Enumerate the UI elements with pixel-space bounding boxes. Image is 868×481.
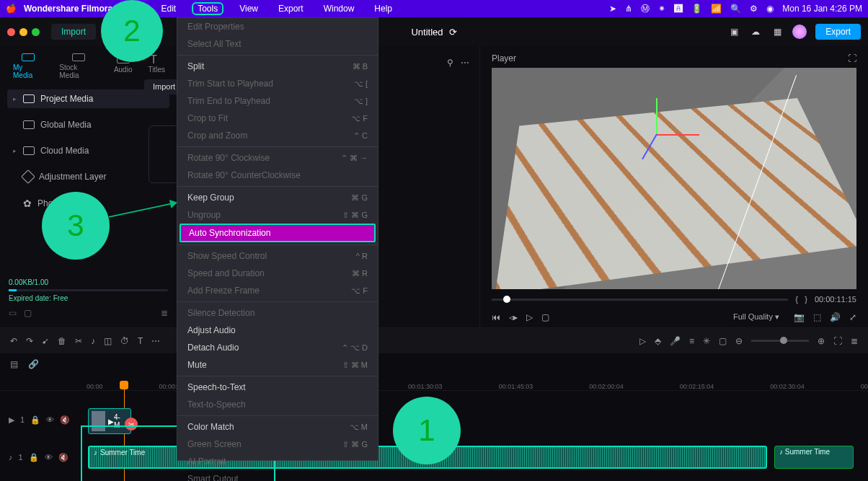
eye-icon[interactable]: 👁 (46, 415, 54, 424)
tools-dropdown-menu: Edit PropertiesSelect All TextSplit⌘ BTr… (177, 17, 378, 461)
speed-icon[interactable]: ⏱ (120, 336, 129, 346)
volume-icon[interactable]: 🔊 (830, 312, 841, 322)
sidebar-adjustment-layer[interactable]: Adjustment Layer (7, 167, 169, 186)
apple-icon[interactable]: 🍎 (6, 4, 17, 14)
eye-icon[interactable]: 👁 (45, 453, 53, 462)
menu-help[interactable]: Help (370, 2, 397, 15)
crop-icon[interactable]: ◫ (104, 336, 112, 346)
menu-edit[interactable]: Edit (156, 2, 180, 15)
filter-icon[interactable]: ⚲ (447, 58, 453, 68)
snap-icon[interactable]: ✳ (703, 336, 710, 346)
text-icon[interactable]: T (138, 336, 143, 346)
sidebar-cloud-media[interactable]: ▸Cloud Media (7, 141, 169, 160)
play-back-icon[interactable]: ◃▸ (509, 312, 518, 322)
lock-icon[interactable]: 🔒 (29, 453, 39, 462)
import-button[interactable]: Import (51, 24, 96, 40)
search-icon[interactable]: 🔍 (730, 4, 741, 14)
menu-item-keep-group[interactable]: Keep Group⌘ G (177, 189, 378, 206)
share-icon[interactable]: ⋔ (625, 4, 632, 14)
marker-icon[interactable]: ⬚ (813, 312, 821, 322)
timeline-toolbar: ↶ ↷ ➹ 🗑 ✂ ♪ ◫ ⏱ T ⋯ ▷ ⬘ 🎤 ≡ ✳ ▢ ⊖ ⊕ ⛶ ≣ (0, 327, 868, 353)
marker-add-icon[interactable]: ▢ (719, 336, 727, 346)
scissor-badge-icon[interactable]: ✂ (125, 418, 138, 431)
timecode: 00:00:11:15 (815, 295, 856, 304)
menu-export[interactable]: Export (274, 2, 308, 15)
timeline-ruler[interactable]: 00:0000:00:15:00 00:01:30:0300:01:45:030… (0, 375, 868, 391)
menu-item-adjust-audio[interactable]: Adjust Audio (177, 322, 378, 339)
menu-window[interactable]: Window (319, 2, 359, 15)
zoom-fit-icon[interactable]: ⛶ (833, 336, 842, 346)
siri-icon[interactable]: ◉ (766, 4, 774, 14)
annotation-3: 3 (42, 192, 110, 260)
screen-record-icon[interactable]: ▣ (727, 25, 740, 38)
scrub-track[interactable] (492, 299, 788, 301)
player-viewport[interactable] (492, 68, 856, 289)
export-button[interactable]: Export (815, 24, 861, 40)
menu-view[interactable]: View (235, 2, 262, 15)
cloud-sync-icon[interactable]: ⟳ (449, 27, 457, 37)
delete-icon[interactable]: 🗑 (58, 336, 66, 346)
sidebar-global-media[interactable]: Global Media (7, 115, 169, 134)
audio-clip-2[interactable]: ♪ Summer Time (774, 446, 854, 469)
track-manager-icon[interactable]: ▤ (10, 359, 18, 369)
split-icon[interactable]: ✂ (75, 336, 82, 346)
location-icon[interactable]: ➤ (609, 4, 616, 14)
menu-item-auto-synchronization[interactable]: Auto Synchronization (180, 224, 376, 242)
undo-icon[interactable]: ↶ (10, 336, 17, 346)
menu-item-color-match[interactable]: Color Match⌥ M (177, 418, 378, 436)
menu-tools[interactable]: Tools (192, 2, 223, 15)
mute-icon[interactable]: 🔇 (58, 453, 68, 462)
bluetooth-icon[interactable]: ⁕ (658, 4, 665, 14)
play-icon[interactable]: ▷ (526, 312, 533, 322)
tab-my-media[interactable]: My Media (13, 53, 43, 79)
storage-meter: 0.00KB/1.00 Expired date: Free (9, 278, 168, 302)
music-icon[interactable]: ♪ (91, 336, 95, 346)
new-folder-icon[interactable]: ▭ (9, 308, 17, 318)
snapshot-icon[interactable]: 📷 (794, 312, 805, 322)
quality-dropdown[interactable]: Full Quality ▾ (727, 311, 785, 323)
menu-item-split[interactable]: Split⌘ B (177, 58, 378, 75)
pointer-icon[interactable]: ➹ (42, 336, 49, 346)
menu-item-text-to-speech: Text-to-Speech (177, 396, 378, 413)
shield-icon[interactable]: Ⓜ (641, 3, 650, 15)
cloud-icon[interactable]: ☁ (749, 25, 762, 38)
menu-item-green-screen: Green Screen⇧ ⌘ G (177, 436, 378, 453)
zoom-slider[interactable] (751, 340, 809, 342)
battery-icon[interactable]: 🔋 (691, 4, 702, 14)
tab-titles[interactable]: TTitles (148, 53, 165, 79)
avatar[interactable] (792, 25, 807, 39)
trash-icon[interactable]: ▢ (24, 308, 32, 318)
app-a-icon[interactable]: 🅰 (674, 4, 683, 14)
more-icon[interactable]: ⋯ (461, 58, 469, 68)
tab-stock-media[interactable]: Stock Media (59, 53, 98, 79)
sort-icon[interactable]: ≣ (161, 308, 168, 318)
control-center-icon[interactable]: ⚙ (750, 4, 758, 14)
window-controls[interactable] (7, 28, 40, 36)
menu-item-detach-audio[interactable]: Detach Audio⌃ ⌥ D (177, 339, 378, 356)
menu-item-speech-to-text[interactable]: Speech-to-Text (177, 379, 378, 396)
zoom-in-icon[interactable]: ⊕ (818, 336, 825, 346)
link-icon[interactable]: 🔗 (28, 359, 39, 369)
wifi-icon[interactable]: 📶 (711, 4, 722, 14)
clock-text[interactable]: Mon 16 Jan 4:26 PM (782, 4, 862, 14)
mark-in-icon[interactable]: ⬘ (655, 336, 661, 346)
menu-item-mute[interactable]: Mute⇧ ⌘ M (177, 356, 378, 374)
menu-item-crop-and-zoom: Crop and Zoom⌃ C (177, 127, 378, 144)
menu-item-select-all-text: Select All Text (177, 35, 378, 53)
stop-icon[interactable]: ▢ (541, 312, 549, 322)
doc-title: Untitled (411, 27, 443, 37)
mute-icon[interactable]: 🔇 (60, 415, 70, 425)
prev-frame-icon[interactable]: ⏮ (492, 312, 500, 322)
more-tools-icon[interactable]: ⋯ (151, 336, 160, 346)
mixer-icon[interactable]: ≡ (689, 336, 694, 346)
timeline-settings-icon[interactable]: ≣ (851, 336, 858, 346)
expand-player-icon[interactable]: ⛶ (848, 53, 856, 63)
menu-item-ai-portrait: AI Portrait (177, 453, 378, 470)
render-icon[interactable]: ▷ (639, 336, 646, 346)
mic-icon[interactable]: 🎤 (670, 336, 681, 346)
fullscreen-icon[interactable]: ⤢ (849, 312, 856, 322)
apps-grid-icon[interactable]: ▦ (771, 25, 784, 38)
lock-icon[interactable]: 🔒 (30, 415, 40, 425)
zoom-out-icon[interactable]: ⊖ (735, 336, 743, 346)
redo-icon[interactable]: ↷ (26, 336, 33, 346)
